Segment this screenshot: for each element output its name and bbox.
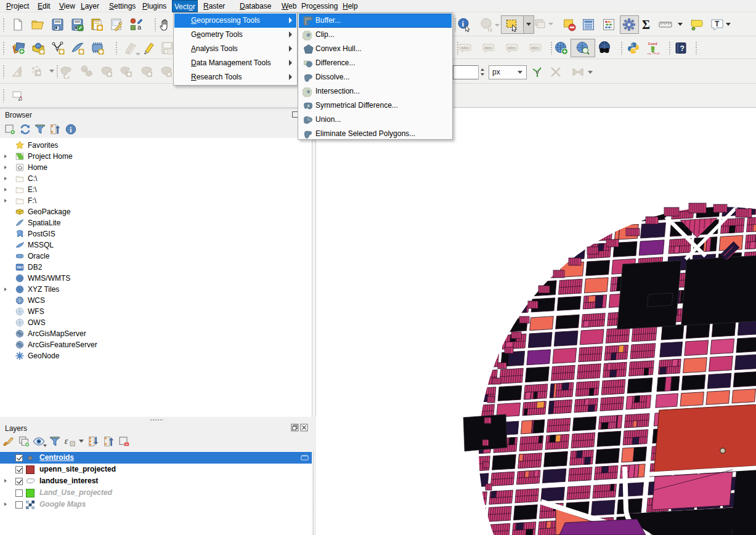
svg-text:DB2: DB2 bbox=[17, 265, 23, 269]
svg-text:abc: abc bbox=[508, 45, 516, 50]
svg-text:x,y→X1,y1: x,y→X1,y1 bbox=[648, 52, 660, 55]
svg-text:T: T bbox=[715, 20, 720, 28]
svg-text:i: i bbox=[462, 19, 465, 28]
svg-text:abc: abc bbox=[461, 45, 469, 50]
svg-text:Σ: Σ bbox=[642, 18, 650, 31]
svg-text:a: a bbox=[137, 23, 142, 31]
svg-text:abc: abc bbox=[531, 45, 540, 50]
svg-text:ε: ε bbox=[65, 436, 68, 446]
svg-text:abc: abc bbox=[484, 45, 493, 50]
svg-text:?: ? bbox=[680, 44, 685, 53]
svg-text:Coord: Coord bbox=[648, 42, 657, 46]
